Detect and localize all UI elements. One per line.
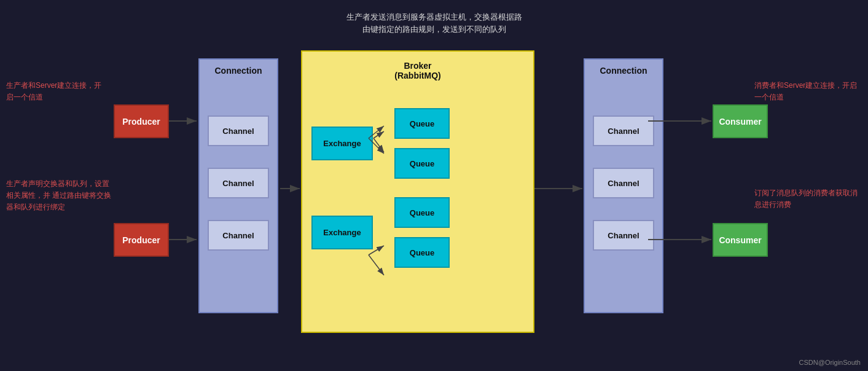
left-channel-1-label: Channel bbox=[222, 127, 254, 136]
top-annotation-line1: 生产者发送消息到服务器虚拟主机，交换器根据路 bbox=[346, 11, 522, 23]
consumer-2: Consumer bbox=[713, 223, 768, 257]
right-channel-1-label: Channel bbox=[608, 127, 639, 136]
consumer-1-label: Consumer bbox=[719, 117, 761, 127]
broker-label-text: Broker bbox=[394, 61, 440, 71]
queue-1: Queue bbox=[394, 108, 450, 139]
exchange-group-1: Exchange Queue Queue bbox=[311, 108, 524, 179]
broker-sublabel-text: (RabbitMQ) bbox=[394, 71, 440, 80]
queue-group-2: Queue Queue bbox=[394, 197, 450, 268]
top-annotation: 生产者发送消息到服务器虚拟主机，交换器根据路 由键指定的路由规则，发送到不同的队… bbox=[346, 11, 522, 35]
right-channel-3: Channel bbox=[593, 220, 654, 251]
broker-label: Broker (RabbitMQ) bbox=[394, 61, 440, 80]
annotation-top-left: 生产者和Server建立连接，开启一个信道 bbox=[6, 80, 108, 103]
queue-4: Queue bbox=[394, 237, 450, 268]
annotation-bottom-left: 生产者声明交换器和队列，设置相关属性，并 通过路由键将交换器和队列进行绑定 bbox=[6, 178, 114, 214]
annotation-top-right: 消费者和Server建立连接，开启一个信道 bbox=[754, 80, 862, 103]
consumer-1: Consumer bbox=[713, 104, 768, 138]
exchange-1-label: Exchange bbox=[323, 139, 361, 148]
producer-2-label: Producer bbox=[122, 235, 160, 245]
queue-3-label: Queue bbox=[410, 208, 434, 217]
exchange-2: Exchange bbox=[311, 216, 373, 249]
top-annotation-line2: 由键指定的路由规则，发送到不同的队列 bbox=[346, 23, 522, 36]
left-channel-1: Channel bbox=[208, 115, 269, 146]
consumer-2-label: Consumer bbox=[719, 235, 761, 245]
annotation-bottom-right: 订阅了消息队列的消费者获取消息进行消费 bbox=[754, 187, 862, 211]
left-connection-box: Connection Channel Channel Channel bbox=[198, 58, 278, 313]
producer-2: Producer bbox=[114, 223, 169, 257]
right-channel-1: Channel bbox=[593, 115, 654, 146]
left-connection-label: Connection bbox=[215, 66, 262, 76]
left-channel-2: Channel bbox=[208, 168, 269, 198]
queue-3: Queue bbox=[394, 197, 450, 228]
queue-group-1: Queue Queue bbox=[394, 108, 450, 179]
left-channel-3-label: Channel bbox=[222, 231, 254, 240]
broker-box: Broker (RabbitMQ) Exchange Queue Queue E… bbox=[301, 50, 534, 333]
diagram-container: 生产者发送消息到服务器虚拟主机，交换器根据路 由键指定的路由规则，发送到不同的队… bbox=[0, 0, 868, 371]
producer-1: Producer bbox=[114, 104, 169, 138]
right-channel-2: Channel bbox=[593, 168, 654, 198]
left-channel-3: Channel bbox=[208, 220, 269, 251]
exchange-2-label: Exchange bbox=[323, 228, 361, 237]
exchange-group-2: Exchange Queue Queue bbox=[311, 197, 524, 268]
queue-1-label: Queue bbox=[410, 119, 434, 128]
right-connection-box: Connection Channel Channel Channel bbox=[584, 58, 663, 313]
producer-1-label: Producer bbox=[122, 117, 160, 127]
exchange-1: Exchange bbox=[311, 127, 373, 160]
queue-2-label: Queue bbox=[410, 159, 434, 168]
right-channel-3-label: Channel bbox=[608, 231, 639, 240]
right-channel-2-label: Channel bbox=[608, 179, 639, 188]
queue-2: Queue bbox=[394, 148, 450, 179]
left-channel-2-label: Channel bbox=[222, 179, 254, 188]
watermark: CSDN@OriginSouth bbox=[799, 359, 861, 366]
queue-4-label: Queue bbox=[410, 248, 434, 257]
right-connection-label: Connection bbox=[600, 66, 647, 76]
